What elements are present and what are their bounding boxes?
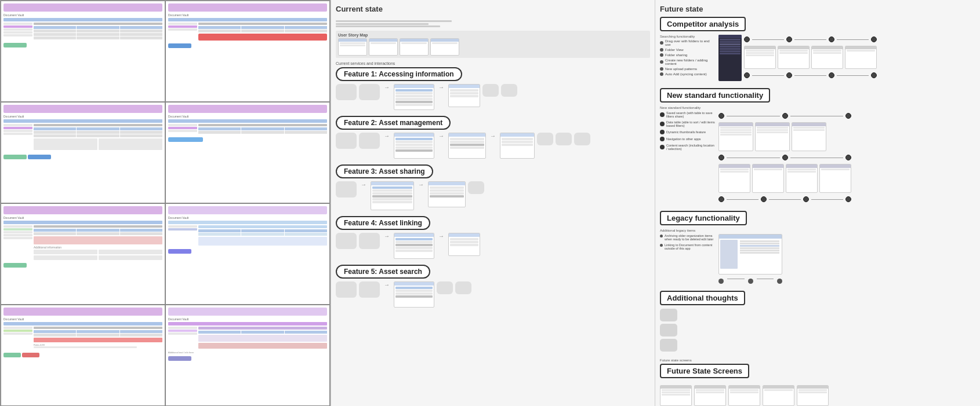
nsf-item-5: Content search (including location / sel… (660, 144, 715, 151)
legacy-screen-main (718, 234, 782, 275)
competitor-item-2: Folder View (660, 48, 715, 52)
legacy-screens (718, 234, 782, 284)
additional-thoughts-section: Additional thoughts (660, 291, 745, 352)
feature-3-blob-2 (468, 181, 484, 194)
nsf-screen-2 (755, 122, 790, 151)
legacy-item-2: Linking to Document from content outside… (660, 243, 715, 250)
feature-5-arrow: → (382, 281, 391, 287)
nsf-node-row-2 (718, 155, 851, 160)
nsf-content: Saved search (with table to save filters… (660, 111, 975, 204)
at-blob-2 (660, 324, 677, 336)
feature-section-2: Feature 2: Asset management → → (336, 116, 650, 159)
fss-content (660, 382, 975, 406)
legacy-item-1: Archiving older organization items when … (660, 234, 715, 241)
feature-5-label: Feature 5: Asset search (336, 265, 430, 279)
competitor-item-5-text: New upload patterns (665, 67, 697, 71)
feature-3-arrow: → (359, 181, 368, 187)
competitor-analysis-section: Competitor analysis Searching functional… (660, 17, 975, 81)
screenshot-cell-6: Document Vault (165, 203, 330, 305)
feature-5-blob-1 (336, 281, 357, 298)
feature-4-label: Feature 4: Asset linking (336, 216, 430, 230)
nsf-item-4: Navigation to other apps (660, 137, 715, 141)
nsf-item-2-text: Data table (able to sort / edit items ba… (666, 120, 715, 127)
feature-2-blob-4 (556, 133, 572, 145)
at-content (660, 309, 745, 352)
competitor-item-1: Drag over with folders to end use (660, 39, 715, 46)
nsf-node-row-1 (718, 113, 851, 119)
comp-node-row-1 (744, 36, 877, 42)
legacy-item-1-text: Archiving older organization items when … (665, 234, 715, 241)
nsf-item-5-text: Content search (including location / sel… (666, 144, 715, 151)
legacy-header: Legacy functionality (660, 211, 747, 225)
feature-2-screen-1 (394, 133, 434, 159)
feature-3-arrow-2: → (416, 181, 426, 187)
future-state-info-label: Future state screens (660, 359, 975, 362)
fss-row-1 (660, 385, 975, 406)
nsf-screen-5 (752, 164, 784, 193)
competitor-item-1-text: Drag over with folders to end use (665, 39, 715, 46)
feature-section-5: Feature 5: Asset search → (336, 265, 650, 308)
feature-3-screen-2 (428, 181, 466, 207)
feature-2-arrow-2: → (437, 133, 446, 138)
fss-section: Future State Screens (660, 364, 975, 406)
nsf-screens-row-1 (718, 122, 851, 151)
feature-1-blob-2 (359, 84, 380, 100)
competitor-item-2-text: Folder View (665, 48, 684, 52)
screenshot-cell-1: Document Vault (1, 1, 165, 102)
screenshot-cell-7: Document Vault (1, 305, 165, 406)
feature-4-arrow: → (382, 233, 391, 239)
nsf-screens (718, 111, 975, 204)
fss-screen-1 (660, 385, 692, 406)
at-blob-3 (660, 339, 677, 352)
comp-screens-row (744, 46, 877, 69)
comp-screen-3 (811, 46, 843, 69)
current-state-label: Current state (336, 5, 383, 13)
competitor-screens (718, 35, 975, 81)
at-blobs (660, 309, 677, 352)
nsf-section: New standard functionality New standard … (660, 88, 975, 204)
nsf-item-3-text: Dynamic thumbnails feature (666, 130, 715, 134)
nsf-list: Saved search (with table to save filters… (660, 111, 715, 204)
feature-3-blob-1 (336, 181, 357, 197)
feature-2-arrow: → (382, 133, 391, 138)
fss-screen-3 (728, 385, 760, 406)
nsf-item-4-text: Navigation to other apps (666, 137, 715, 141)
legacy-section: Legacy functionality Additional legacy i… (660, 211, 975, 284)
center-panel: Current state User Story Map (331, 0, 655, 406)
comp-screen-4 (845, 46, 877, 69)
fss-screen-2 (694, 385, 726, 406)
nsf-item-2: Data table (able to sort / edit items ba… (660, 120, 715, 127)
competitor-content: Searching functionality Drag over with f… (660, 35, 975, 81)
nsf-screen-3 (792, 122, 826, 151)
feature-2-label: Feature 2: Asset management (336, 116, 451, 130)
nsf-item-3: Dynamic thumbnails feature (660, 130, 715, 134)
feature-2-arrow-3: → (488, 133, 498, 138)
feature-section-1: Feature 1: Accessing information → → (336, 67, 650, 110)
feature-1-arrow-2: → (437, 84, 446, 90)
competitor-analysis-header: Competitor analysis (660, 17, 746, 31)
fss-header: Future State Screens (660, 364, 749, 378)
bottom-row: Additional thoughts (660, 291, 975, 359)
legacy-list: Archiving older organization items when … (660, 234, 715, 284)
screenshot-cell-4: Document Vault (165, 102, 330, 203)
left-panel: Document Vault (0, 0, 331, 406)
screenshot-cell-5: Document Vault (1, 203, 165, 305)
competitor-dark-screen (718, 35, 742, 81)
nsf-screen-6 (786, 164, 818, 193)
screenshot-cell-3: Document Vault (1, 102, 165, 203)
feature-4-blob-1 (336, 233, 357, 249)
legacy-item-2-text: Linking to Document from content outside… (665, 243, 715, 250)
legacy-content: Archiving older organization items when … (660, 234, 975, 284)
feature-1-blob-4 (501, 84, 517, 97)
feature-2-blob-2 (359, 133, 380, 149)
comp-screen-2 (778, 46, 810, 69)
nsf-col-1 (718, 111, 851, 204)
feature-section-3: Feature 3: Asset sharing → → (336, 164, 650, 210)
feature-5-blob-4 (455, 281, 471, 294)
competitor-item-5: New upload patterns (660, 67, 715, 71)
competitor-screens-col (744, 35, 877, 81)
comp-screen-1 (744, 46, 776, 69)
feature-3-screen-1 (371, 181, 414, 210)
feature-1-screen-2 (448, 84, 480, 107)
nsf-item-1-text: Saved search (with table to save filters… (666, 111, 715, 118)
